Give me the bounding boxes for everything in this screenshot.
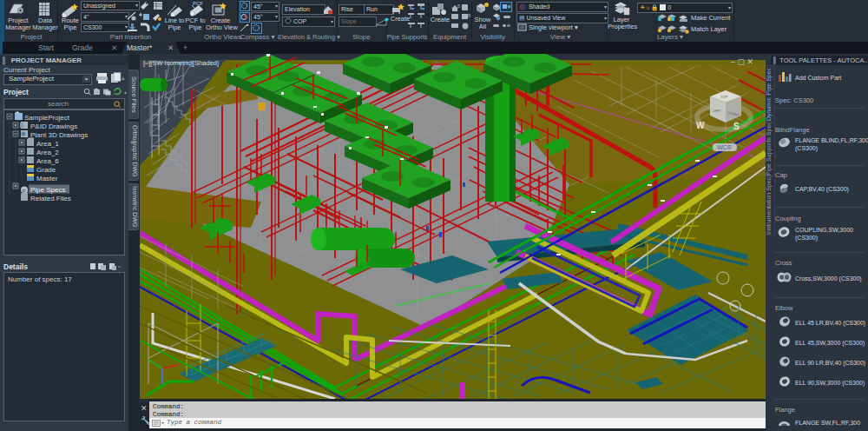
svg-text:S: S xyxy=(733,122,740,131)
svg-text:Grade: Grade xyxy=(36,166,56,174)
svg-text:B: B xyxy=(468,13,471,18)
svg-text:Master: Master xyxy=(36,175,58,182)
svg-text:Plant 3D Drawings: Plant 3D Drawings xyxy=(30,131,88,139)
svg-text:[–][SW Isometric][Shaded]: [–][SW Isometric][Shaded] xyxy=(143,59,219,67)
svg-text:WCS: WCS xyxy=(717,144,732,150)
svg-text:B: B xyxy=(457,3,461,9)
svg-text:PCF: PCF xyxy=(193,1,203,6)
svg-text:TOP: TOP xyxy=(720,95,727,99)
svg-text:P&ID Drawings: P&ID Drawings xyxy=(30,123,77,130)
svg-text:LEFT: LEFT xyxy=(713,109,721,113)
svg-text:Related Files: Related Files xyxy=(30,195,71,202)
svg-text:Area_6: Area_6 xyxy=(36,157,59,165)
svg-text:W: W xyxy=(696,121,705,130)
svg-text:SampleProject: SampleProject xyxy=(24,114,70,122)
svg-text:Pipe Specs: Pipe Specs xyxy=(30,186,65,194)
svg-text:– ▢ ✕: – ▢ ✕ xyxy=(731,57,753,66)
svg-text:Area_1: Area_1 xyxy=(36,140,59,148)
svg-text:Area_2: Area_2 xyxy=(36,149,59,156)
